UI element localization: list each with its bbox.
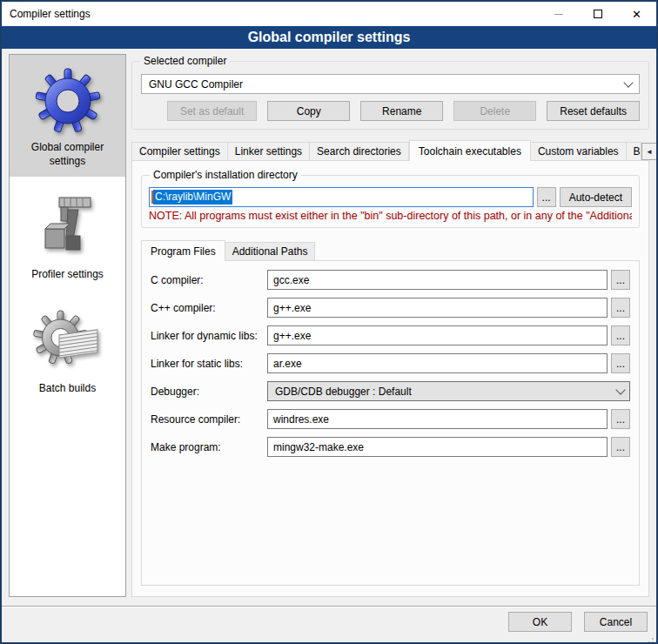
- selected-compiler-legend: Selected compiler: [140, 55, 230, 67]
- dynamic-linker-input[interactable]: g++.exe: [267, 325, 608, 345]
- sidebar-item-label: Profiler settings: [31, 267, 104, 281]
- tab-scroll-left-button[interactable]: ◄: [641, 143, 658, 160]
- rename-button[interactable]: Rename: [360, 101, 443, 121]
- resource-compiler-row: Resource compiler: windres.exe ...: [151, 409, 630, 429]
- c-compiler-label: C compiler:: [151, 274, 267, 286]
- tab-scroll-buttons: ◄ ►: [641, 143, 658, 160]
- compiler-settings-dialog: Compiler settings ✕ Global compiler sett…: [0, 0, 658, 644]
- static-linker-browse-button[interactable]: ...: [611, 353, 630, 373]
- settings-tabstrip: Compiler settings Linker settings Search…: [131, 140, 649, 160]
- cpp-compiler-browse-button[interactable]: ...: [611, 298, 630, 318]
- program-files-page: C compiler: gcc.exe ... C++ compiler: g+…: [141, 260, 640, 586]
- toolchain-executables-page: Compiler's installation directory C:\ray…: [131, 160, 649, 597]
- chevron-down-icon: [615, 385, 625, 394]
- tab-search-directories[interactable]: Search directories: [310, 142, 409, 160]
- cpp-compiler-label: C++ compiler:: [151, 302, 267, 314]
- resource-compiler-value: windres.exe: [273, 413, 329, 426]
- compiler-select-value: GNU GCC Compiler: [149, 78, 625, 91]
- debugger-label: Debugger:: [151, 386, 267, 398]
- dynamic-linker-value: g++.exe: [273, 330, 311, 342]
- ok-button[interactable]: OK: [508, 612, 572, 632]
- chevron-down-icon: [623, 77, 633, 87]
- dynamic-linker-browse-button[interactable]: ...: [611, 325, 630, 345]
- make-program-row: Make program: mingw32-make.exe ...: [151, 437, 630, 457]
- debugger-select[interactable]: GDB/CDB debugger : Default: [267, 381, 630, 401]
- scroll-left-icon: ◄: [646, 148, 653, 156]
- c-compiler-browse-button[interactable]: ...: [611, 270, 630, 290]
- maximize-icon: [594, 10, 602, 18]
- blue-gear-icon: [30, 64, 106, 138]
- gray-gear-papers-icon: [30, 305, 106, 379]
- tab-additional-paths[interactable]: Additional Paths: [225, 242, 316, 260]
- dynamic-linker-row: Linker for dynamic libs: g++.exe ...: [151, 325, 630, 345]
- dialog-footer: OK Cancel: [2, 606, 656, 642]
- make-program-browse-button[interactable]: ...: [611, 437, 630, 457]
- installation-directory-value: C:\raylib\MinGW: [153, 190, 232, 205]
- installation-directory-group: Compiler's installation directory C:\ray…: [141, 175, 640, 228]
- dialog-banner: Global compiler settings: [2, 26, 656, 49]
- copy-button[interactable]: Copy: [267, 101, 350, 121]
- sidebar-item-label: Batch builds: [39, 381, 96, 395]
- close-button[interactable]: ✕: [617, 2, 656, 26]
- compiler-buttons-row: Set as default Copy Rename Delete Reset …: [141, 101, 640, 121]
- tab-program-files[interactable]: Program Files: [141, 240, 225, 261]
- titlebar-controls: ✕: [539, 2, 656, 26]
- cancel-button[interactable]: Cancel: [584, 612, 648, 632]
- cpp-compiler-row: C++ compiler: g++.exe ...: [151, 298, 630, 318]
- tab-custom-variables[interactable]: Custom variables: [531, 142, 627, 160]
- make-program-input[interactable]: mingw32-make.exe: [267, 437, 608, 457]
- resource-compiler-browse-button[interactable]: ...: [611, 409, 630, 429]
- static-linker-label: Linker for static libs:: [151, 358, 267, 370]
- tab-toolchain-executables[interactable]: Toolchain executables: [409, 140, 531, 161]
- settings-category-list: Global compiler settings: [9, 54, 126, 597]
- tab-linker-settings[interactable]: Linker settings: [228, 142, 310, 160]
- c-compiler-input[interactable]: gcc.exe: [267, 270, 608, 290]
- main-area: Global compiler settings: [2, 49, 656, 606]
- tab-build-options[interactable]: Build options: [627, 142, 641, 160]
- settings-content: Selected compiler GNU GCC Compiler Set a…: [131, 54, 649, 597]
- static-linker-value: ar.exe: [273, 358, 302, 370]
- reset-defaults-button[interactable]: Reset defaults: [547, 101, 640, 121]
- caliper-cubes-icon: [30, 191, 106, 265]
- static-linker-row: Linker for static libs: ar.exe ...: [151, 353, 630, 373]
- installation-directory-input[interactable]: C:\raylib\MinGW: [149, 187, 534, 207]
- installation-directory-legend: Compiler's installation directory: [150, 169, 301, 181]
- c-compiler-value: gcc.exe: [273, 274, 309, 286]
- resource-compiler-input[interactable]: windres.exe: [267, 409, 608, 429]
- dynamic-linker-label: Linker for dynamic libs:: [151, 330, 267, 342]
- maximize-button[interactable]: [578, 2, 617, 26]
- close-icon: ✕: [632, 9, 641, 20]
- static-linker-input[interactable]: ar.exe: [267, 353, 608, 373]
- resource-compiler-label: Resource compiler:: [151, 413, 267, 426]
- debugger-row: Debugger: GDB/CDB debugger : Default: [151, 381, 630, 401]
- selected-compiler-group: Selected compiler GNU GCC Compiler Set a…: [131, 61, 649, 130]
- cpp-compiler-value: g++.exe: [273, 302, 311, 314]
- make-program-label: Make program:: [151, 441, 267, 453]
- programs-tabstrip: Program Files Additional Paths: [141, 240, 640, 260]
- c-compiler-row: C compiler: gcc.exe ...: [151, 270, 630, 290]
- compiler-select[interactable]: GNU GCC Compiler: [141, 74, 640, 94]
- cpp-compiler-input[interactable]: g++.exe: [267, 298, 608, 318]
- auto-detect-button[interactable]: Auto-detect: [560, 187, 632, 207]
- set-as-default-button[interactable]: Set as default: [167, 101, 257, 121]
- debugger-value: GDB/CDB debugger : Default: [275, 386, 617, 398]
- installation-directory-row: C:\raylib\MinGW ... Auto-detect: [149, 187, 632, 207]
- tab-compiler-settings[interactable]: Compiler settings: [131, 142, 228, 160]
- titlebar[interactable]: Compiler settings ✕: [2, 2, 656, 26]
- bin-subdirectory-note: NOTE: All programs must exist either in …: [149, 210, 632, 222]
- delete-button[interactable]: Delete: [453, 101, 536, 121]
- sidebar-item-label: Global compiler settings: [13, 140, 122, 168]
- minimize-icon: [554, 14, 563, 15]
- minimize-button[interactable]: [539, 2, 578, 26]
- sidebar-item-profiler-settings[interactable]: Profiler settings: [10, 182, 125, 290]
- resize-grip[interactable]: [652, 638, 654, 640]
- sidebar-item-global-compiler-settings[interactable]: Global compiler settings: [10, 55, 125, 177]
- sidebar-item-batch-builds[interactable]: Batch builds: [10, 296, 125, 404]
- make-program-value: mingw32-make.exe: [273, 441, 364, 453]
- browse-directory-button[interactable]: ...: [537, 187, 556, 207]
- window-title: Compiler settings: [2, 8, 91, 20]
